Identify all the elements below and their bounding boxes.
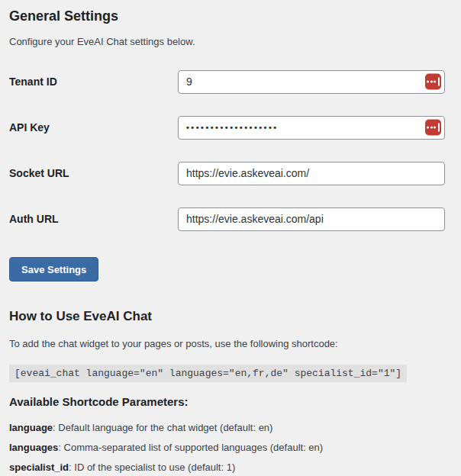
socket-url-input[interactable] xyxy=(178,162,445,185)
shortcode-snippet: [eveai_chat language="en" languages="en,… xyxy=(9,365,407,382)
auth-url-control xyxy=(178,207,445,231)
pm-dot xyxy=(434,81,436,83)
pm-dot xyxy=(430,81,433,83)
pm-cursor-bar xyxy=(438,124,440,132)
tenant-id-input[interactable] xyxy=(178,70,445,94)
settings-description: Configure your EveAI Chat settings below… xyxy=(9,36,452,48)
general-settings-title: General Settings xyxy=(9,0,452,25)
pm-cursor-bar xyxy=(438,78,440,86)
settings-form: Tenant ID API Key Socket URL xyxy=(9,70,452,230)
socket-url-row: Socket URL xyxy=(9,162,452,185)
how-to-use-intro: To add the chat widget to your pages or … xyxy=(9,338,452,350)
parameters-title: Available Shortcode Parameters: xyxy=(9,394,452,410)
pm-dot xyxy=(434,127,436,129)
param-languages: languages: Comma-separated list of suppo… xyxy=(9,441,452,454)
api-key-input[interactable] xyxy=(178,116,445,140)
how-to-use-title: How to Use EveAI Chat xyxy=(9,308,452,325)
auth-url-input[interactable] xyxy=(178,207,445,231)
tenant-id-control xyxy=(178,70,445,94)
auth-url-label: Auth URL xyxy=(9,213,178,225)
password-manager-icon[interactable] xyxy=(425,120,441,136)
api-key-row: API Key xyxy=(9,116,452,139)
api-key-label: API Key xyxy=(9,121,178,133)
auth-url-row: Auth URL xyxy=(9,207,452,230)
param-languages-description: : Comma-separated list of supported lang… xyxy=(58,442,323,453)
param-specialist-id-description: : ID of the specialist to use (default: … xyxy=(69,462,235,473)
param-specialist-id: specialist_id: ID of the specialist to u… xyxy=(9,461,452,474)
api-key-control xyxy=(178,116,445,140)
param-specialist-id-name: specialist_id xyxy=(9,462,69,473)
password-manager-icon[interactable] xyxy=(425,74,441,90)
settings-page: General Settings Configure your EveAI Ch… xyxy=(0,0,461,476)
param-language-name: language xyxy=(9,422,53,433)
pm-dot xyxy=(427,127,429,129)
socket-url-control xyxy=(178,162,445,185)
tenant-id-label: Tenant ID xyxy=(9,76,178,88)
param-language-description: : Default language for the chat widget (… xyxy=(53,422,272,433)
socket-url-label: Socket URL xyxy=(9,167,178,179)
tenant-id-row: Tenant ID xyxy=(9,70,452,93)
pm-dot xyxy=(430,127,433,129)
param-languages-name: languages xyxy=(9,442,58,453)
pm-dot xyxy=(427,81,429,83)
param-language: language: Default language for the chat … xyxy=(9,421,452,434)
save-settings-button[interactable]: Save Settings xyxy=(9,257,98,281)
